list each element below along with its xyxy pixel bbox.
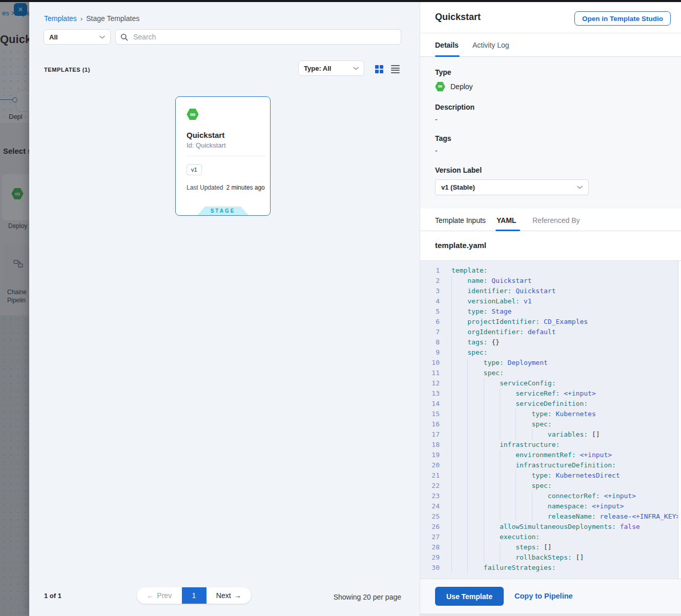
- yaml-code-editor[interactable]: 1template:2name: Quickstart3identifier: …: [420, 261, 681, 581]
- app-window: es > Pipe ✕ Quicks Depl Select s ∞ Deplo…: [0, 0, 681, 616]
- templates-count-label: TEMPLATES (1): [44, 67, 90, 73]
- code-line: 19environmentRef: <+input>: [420, 450, 681, 460]
- panel-title: Quickstart: [435, 12, 481, 23]
- code-line: 8tags: {}: [420, 337, 681, 347]
- code-line: 16spec:: [420, 419, 681, 429]
- code-line: 22spec:: [420, 481, 681, 491]
- code-line: 2name: Quickstart: [420, 276, 681, 286]
- code-line: 25releaseName: release-<+INFRA_KEY>: [420, 511, 681, 522]
- description-value: -: [435, 115, 438, 124]
- chevron-down-icon: [99, 35, 105, 39]
- details-section: Type ∞ Deploy Description - Tags - Versi…: [420, 57, 681, 209]
- code-line: 29rollbackSteps: []: [420, 552, 681, 563]
- code-line: 30failureStrategies:: [420, 563, 681, 573]
- code-line: 20infrastructureDefinition:: [420, 460, 681, 470]
- code-line: 24namespace: <+input>: [420, 501, 681, 511]
- type-value: Deploy: [450, 83, 473, 91]
- code-line: 26allowSimultaneousDeployments: false: [420, 522, 681, 532]
- code-line: 7orgIdentifier: default: [420, 327, 681, 337]
- code-line: 1template:: [420, 265, 681, 276]
- code-line: 21type: KubernetesDirect: [420, 470, 681, 481]
- templates-drawer: Templates › Stage Templates All TEMPLATE…: [29, 2, 420, 616]
- tab-template-inputs[interactable]: Template Inputs: [435, 216, 486, 224]
- code-line: 11spec:: [420, 368, 681, 378]
- code-line: 5type: Stage: [420, 306, 681, 317]
- breadcrumb-chevron-icon: ›: [80, 15, 82, 23]
- grid-view-icon[interactable]: [375, 65, 383, 73]
- breadcrumb: Templates › Stage Templates: [44, 14, 139, 23]
- card-divider: [187, 156, 266, 156]
- code-line: 15type: Kubernetes: [420, 409, 681, 419]
- open-in-template-studio-button[interactable]: Open in Template Studio: [574, 11, 671, 26]
- chevron-down-icon: [577, 186, 583, 189]
- pagination-control: ←Prev 1 Next→: [137, 587, 251, 604]
- per-page-label: Showing 20 per page: [334, 593, 401, 601]
- arrow-left-icon: ←: [147, 591, 154, 600]
- cd-hexagon-icon: ∞: [187, 108, 199, 120]
- last-updated: Last Updated2 minutes ago: [187, 184, 265, 191]
- code-line: 3identifier: Quickstart: [420, 286, 681, 296]
- modal-dim-overlay[interactable]: [0, 0, 29, 616]
- code-line: 14serviceDefinition:: [420, 399, 681, 409]
- type-filter-select[interactable]: Type: All: [298, 60, 364, 76]
- window-top-strip: [0, 0, 681, 2]
- prev-page-button[interactable]: ←Prev: [137, 587, 182, 604]
- chevron-down-icon: [353, 67, 359, 70]
- code-line: 27execution:: [420, 532, 681, 542]
- description-label: Description: [435, 103, 474, 111]
- file-row: template.yaml: [420, 231, 681, 261]
- stage-type-badge: STAGE: [197, 207, 249, 215]
- background-page: es > Pipe ✕ Quicks Depl Select s ∞ Deplo…: [0, 0, 29, 616]
- code-line: 18infrastructure:: [420, 440, 681, 450]
- code-line: 10type: Deployment: [420, 358, 681, 368]
- search-field[interactable]: [115, 29, 401, 45]
- cd-hexagon-icon: ∞: [435, 81, 445, 92]
- template-card-id: Id: Quickstart: [187, 141, 226, 149]
- search-icon: [120, 33, 128, 41]
- version-select-value: v1 (Stable): [441, 183, 475, 191]
- panel-bottom-strip: [420, 613, 681, 616]
- tab-referenced-by[interactable]: Referenced By: [532, 216, 580, 224]
- current-page-button[interactable]: 1: [182, 587, 207, 604]
- breadcrumb-templates-link[interactable]: Templates: [44, 14, 77, 23]
- code-line: 13serviceRef: <+input>: [420, 388, 681, 399]
- copy-to-pipeline-link[interactable]: Copy to Pipeline: [514, 592, 573, 600]
- tags-value: -: [435, 147, 438, 155]
- code-line: 9spec:: [420, 347, 681, 358]
- list-view-icon[interactable]: [391, 65, 400, 73]
- version-select[interactable]: v1 (Stable): [435, 179, 589, 195]
- template-card-name: Quickstart: [187, 131, 224, 139]
- code-line: 4versionLabel: v1: [420, 296, 681, 306]
- code-line: 12serviceConfig:: [420, 378, 681, 388]
- pagination-summary: 1 of 1: [44, 592, 61, 600]
- template-card-quickstart[interactable]: ∞ Quickstart Id: Quickstart v1 Last Upda…: [175, 96, 271, 216]
- type-value-row: ∞ Deploy: [435, 81, 473, 92]
- breadcrumb-current: Stage Templates: [86, 14, 139, 23]
- action-bar: Use Template Copy to Pipeline: [420, 579, 681, 613]
- yaml-subtabs: Template Inputs YAML Referenced By: [420, 209, 681, 231]
- type-label: Type: [435, 68, 451, 76]
- yaml-file-name: template.yaml: [435, 241, 486, 250]
- scope-filter-select[interactable]: All: [44, 29, 111, 45]
- version-badge: v1: [187, 164, 202, 175]
- code-line: 6projectIdentifier: CD_Examples: [420, 317, 681, 327]
- search-input[interactable]: [132, 32, 396, 42]
- template-details-panel: Quickstart Open in Template Studio Detai…: [420, 2, 681, 616]
- code-line: 23connectorRef: <+input>: [420, 491, 681, 501]
- details-tabs: Details Activity Log: [420, 33, 681, 57]
- tab-yaml[interactable]: YAML: [497, 216, 516, 224]
- code-line: 17variables: []: [420, 429, 681, 440]
- version-label: Version Label: [435, 166, 482, 174]
- next-page-button[interactable]: Next→: [207, 587, 252, 604]
- tab-activity-log[interactable]: Activity Log: [472, 41, 509, 49]
- tags-label: Tags: [435, 134, 451, 142]
- tab-details[interactable]: Details: [435, 41, 459, 49]
- scrollbar-gutter[interactable]: [678, 261, 681, 581]
- code-line: 28steps: []: [420, 542, 681, 552]
- arrow-right-icon: →: [234, 591, 241, 600]
- use-template-button[interactable]: Use Template: [435, 587, 504, 606]
